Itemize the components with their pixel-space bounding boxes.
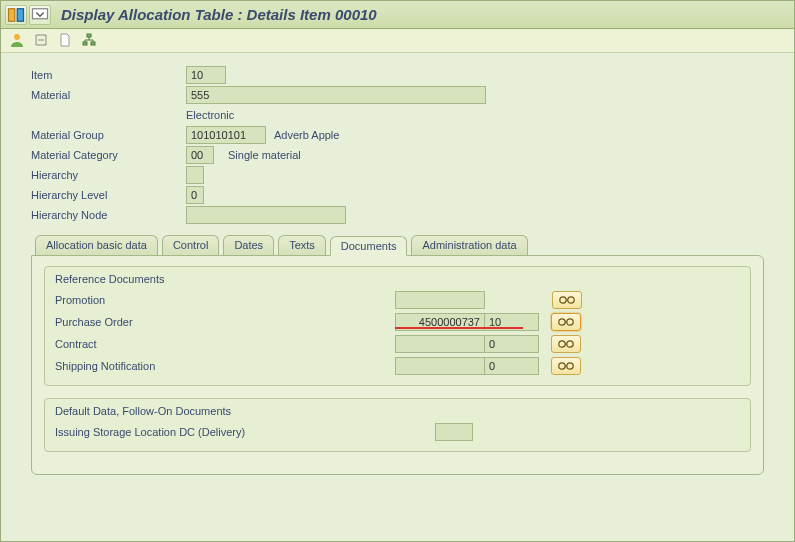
- hierarchy-node-label: Hierarchy Node: [31, 209, 186, 221]
- svg-point-7: [560, 297, 566, 303]
- svg-point-13: [559, 363, 565, 369]
- contract-item-field: 0: [484, 335, 539, 353]
- material-group-label: Material Group: [31, 129, 186, 141]
- material-category-desc: Single material: [228, 149, 301, 161]
- tab-documents[interactable]: Documents: [330, 236, 408, 256]
- hierarchy-node-field: [186, 206, 346, 224]
- tab-administration-data[interactable]: Administration data: [411, 235, 527, 255]
- content-area: Item 10 Material 555 Electronic Material…: [1, 53, 794, 483]
- reference-documents-group: Reference Documents Promotion Purchase O…: [44, 266, 751, 386]
- annotation-underline: [395, 327, 523, 329]
- user-icon[interactable]: [9, 32, 25, 50]
- svg-point-9: [559, 319, 565, 325]
- svg-rect-1: [17, 8, 23, 21]
- svg-rect-6: [91, 42, 95, 45]
- hierarchy-icon[interactable]: [81, 32, 97, 50]
- material-desc: Electronic: [186, 109, 234, 121]
- app-toolbar: [1, 29, 794, 53]
- tabstrip: Allocation basic data Control Dates Text…: [35, 235, 764, 255]
- material-field: 555: [186, 86, 486, 104]
- material-category-label: Material Category: [31, 149, 186, 161]
- svg-rect-0: [9, 8, 15, 21]
- material-category-field: 00: [186, 146, 214, 164]
- svg-point-11: [559, 341, 565, 347]
- tab-control[interactable]: Control: [162, 235, 219, 255]
- default-data-group: Default Data, Follow-On Documents Issuin…: [44, 398, 751, 452]
- item-label: Item: [31, 69, 186, 81]
- contract-field: [395, 335, 485, 353]
- shipping-notification-display-button[interactable]: [551, 357, 581, 375]
- hierarchy-level-field: 0: [186, 186, 204, 204]
- svg-point-12: [567, 341, 573, 347]
- material-label: Material: [31, 89, 186, 101]
- hierarchy-field: [186, 166, 204, 184]
- tab-allocation-basic-data[interactable]: Allocation basic data: [35, 235, 158, 255]
- purchase-order-display-button[interactable]: [551, 313, 581, 331]
- collapse-icon[interactable]: [33, 32, 49, 50]
- shipping-notification-item-field: 0: [484, 357, 539, 375]
- item-field: 10: [186, 66, 226, 84]
- page-title: Display Allocation Table : Details Item …: [61, 6, 377, 23]
- promotion-display-button[interactable]: [552, 291, 582, 309]
- svg-point-8: [568, 297, 574, 303]
- material-group-desc: Adverb Apple: [274, 129, 339, 141]
- tab-texts[interactable]: Texts: [278, 235, 326, 255]
- svg-point-10: [567, 319, 573, 325]
- shipping-notification-field: [395, 357, 485, 375]
- svg-point-14: [567, 363, 573, 369]
- hierarchy-level-label: Hierarchy Level: [31, 189, 186, 201]
- issuing-sloc-field: [435, 423, 473, 441]
- document-icon[interactable]: [57, 32, 73, 50]
- tab-dates[interactable]: Dates: [223, 235, 274, 255]
- tab-panel-documents: Reference Documents Promotion Purchase O…: [31, 255, 764, 475]
- svg-rect-5: [83, 42, 87, 45]
- contract-display-button[interactable]: [551, 335, 581, 353]
- svg-point-3: [14, 34, 20, 40]
- contract-label: Contract: [55, 338, 395, 350]
- reference-documents-title: Reference Documents: [45, 273, 750, 289]
- dropdown-icon[interactable]: [29, 5, 51, 25]
- menu-icon[interactable]: [5, 5, 27, 25]
- shipping-notification-label: Shipping Notification: [55, 360, 395, 372]
- purchase-order-label: Purchase Order: [55, 316, 395, 328]
- default-data-title: Default Data, Follow-On Documents: [45, 405, 750, 421]
- promotion-label: Promotion: [55, 294, 395, 306]
- svg-rect-4: [87, 34, 91, 37]
- issuing-sloc-label: Issuing Storage Location DC (Delivery): [55, 426, 435, 438]
- hierarchy-label: Hierarchy: [31, 169, 186, 181]
- material-group-field: 101010101: [186, 126, 266, 144]
- promotion-field: [395, 291, 485, 309]
- svg-rect-2: [33, 8, 48, 18]
- titlebar: Display Allocation Table : Details Item …: [1, 1, 794, 29]
